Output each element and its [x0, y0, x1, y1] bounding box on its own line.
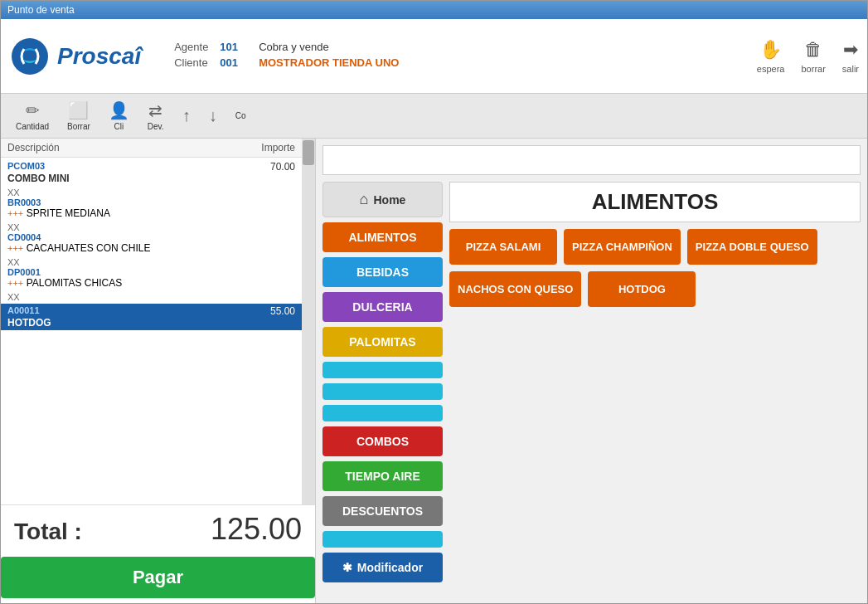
cat-palomitas-label: PALOMITAS [349, 335, 415, 348]
home-button[interactable]: ⌂ Home [322, 182, 443, 217]
col-description-header: Descripción [7, 142, 229, 153]
cat-empty1-button[interactable] [322, 362, 443, 378]
table-header: Descripción Importe [1, 139, 302, 158]
logo-icon [9, 36, 51, 77]
borrar-label: borrar [801, 64, 825, 74]
cat-descuentos-button[interactable]: DESCUENTOS [322, 496, 443, 526]
cat-bebidas-label: BEBIDAS [356, 265, 409, 279]
pay-area: Pagar [1, 553, 315, 603]
cat-dulceria-label: DULCERIA [352, 300, 412, 314]
transfer-icon: ⇄ [148, 100, 162, 120]
toolbar-borrar-button[interactable]: ⬜ Borrar [59, 97, 99, 134]
prod-nachos-button[interactable]: NACHOS CON QUESO [449, 271, 581, 307]
prod-pizza-doble-queso-button[interactable]: PIZZA DOBLE QUESO [687, 229, 817, 265]
client-name: MOSTRADOR TIENDA UNO [259, 56, 399, 69]
order-table: Descripción Importe PCOM03 70.00 COMBO M… [1, 139, 302, 504]
client-icon: 👤 [109, 100, 129, 120]
title-bar: Punto de venta [1, 1, 867, 19]
cat-empty4-button[interactable] [322, 531, 443, 548]
agent-row: Agente 101 Cobra y vende [174, 41, 757, 53]
client-label: Cliente [174, 56, 220, 69]
categories-products: ⌂ Home ALIMENTOS BEBIDAS DULCERIA PALOMI… [322, 182, 861, 597]
modificador-label: Modificador [357, 561, 423, 574]
table-row[interactable]: PCOM03 70.00 COMBO MINI [1, 158, 302, 186]
products-grid: PIZZA SALAMI PIZZA CHAMPIÑON PIZZA DOBLE… [449, 229, 861, 307]
arrow-up-icon: ↑ [182, 106, 191, 125]
left-panel: Descripción Importe PCOM03 70.00 COMBO M… [1, 139, 316, 603]
down-button[interactable]: ↓ [201, 103, 225, 129]
window-title: Punto de venta [7, 4, 75, 16]
header: Proscaî Agente 101 Cobra y vende Cliente… [1, 19, 867, 94]
cli-button[interactable]: 👤 Cli [100, 97, 138, 134]
table-row[interactable]: XX BR0003 +++ SPRITE MEDIANA [1, 186, 302, 221]
cat-alimentos-button[interactable]: ALIMENTOS [322, 222, 443, 252]
cat-tiempoaire-button[interactable]: TIEMPO AIRE [322, 461, 443, 491]
search-input[interactable] [322, 145, 861, 175]
co-label: Co [235, 111, 246, 120]
cantidad-button[interactable]: ✏ Cantidad [7, 97, 57, 134]
up-button[interactable]: ↑ [174, 103, 199, 129]
exit-icon: ➡ [843, 39, 858, 61]
item-code: DP0001 [7, 267, 295, 277]
item-name: CACAHUATES CON CHILE [27, 242, 151, 254]
modificador-button[interactable]: ✱ Modificador [322, 553, 443, 582]
client-code: 001 [220, 56, 249, 69]
borrar-button[interactable]: 🗑 borrar [801, 39, 825, 74]
cat-bebidas-button[interactable]: BEBIDAS [322, 257, 443, 287]
prod-pizza-doble-queso-label: PIZZA DOBLE QUESO [696, 241, 809, 253]
item-code: CD0004 [7, 232, 295, 242]
item-name: HOTDOG [7, 317, 51, 329]
logo-area: Proscaî [9, 36, 141, 77]
prod-pizza-champinon-label: PIZZA CHAMPIÑON [572, 241, 672, 253]
cantidad-label: Cantidad [16, 122, 49, 131]
dev-label: Dev. [148, 122, 164, 131]
pay-button[interactable]: Pagar [1, 557, 315, 598]
cli-label: Cli [114, 122, 124, 131]
col-importe-header: Importe [229, 142, 295, 153]
cat-alimentos-label: ALIMENTOS [348, 231, 416, 244]
main-window: Punto de venta Proscaî Agente 101 Cobra … [0, 0, 868, 604]
arrow-down-icon: ↓ [209, 106, 217, 125]
header-actions: ✋ espera 🗑 borrar ➡ salir [757, 39, 859, 74]
espera-button[interactable]: ✋ espera [757, 39, 785, 74]
item-name: COMBO MINI [7, 173, 70, 184]
co-button[interactable]: Co [227, 108, 255, 124]
espera-label: espera [757, 64, 785, 74]
total-label: Total : [14, 519, 82, 545]
item-code: BR0003 [7, 197, 295, 207]
svg-point-0 [12, 38, 48, 75]
agent-code: 101 [220, 41, 249, 53]
item-name: PALOMITAS CHICAS [27, 277, 123, 289]
dev-button[interactable]: ⇄ Dev. [139, 97, 172, 134]
scroll-thumb[interactable] [303, 140, 314, 165]
table-row[interactable]: XX [1, 290, 302, 304]
prod-hotdog-button[interactable]: HOTDOG [588, 271, 696, 307]
cat-combos-label: COMBOS [356, 435, 409, 448]
scrollbar[interactable] [302, 139, 315, 504]
cat-dulceria-button[interactable]: DULCERIA [322, 292, 443, 322]
prod-nachos-label: NACHOS CON QUESO [458, 283, 573, 295]
cat-palomitas-button[interactable]: PALOMITAS [322, 327, 443, 357]
toolbar: ✏ Cantidad ⬜ Borrar 👤 Cli ⇄ Dev. ↑ ↓ Co [1, 94, 867, 139]
cat-empty3-button[interactable] [322, 405, 443, 421]
cat-tiempoaire-label: TIEMPO AIRE [345, 470, 420, 483]
agent-info: Agente 101 Cobra y vende Cliente 001 MOS… [174, 41, 757, 72]
cat-combos-button[interactable]: COMBOS [322, 426, 443, 456]
home-label: Home [373, 193, 405, 207]
table-row[interactable]: XX DP0001 +++ PALOMITAS CHICAS [1, 256, 302, 290]
table-row[interactable]: A00011 55.00 HOTDOG [1, 304, 302, 330]
main-content: Descripción Importe PCOM03 70.00 COMBO M… [1, 139, 867, 603]
total-row: Total : 125.00 [14, 512, 302, 547]
edit-icon: ✏ [26, 100, 40, 120]
item-code: PCOM03 [7, 161, 45, 173]
right-panel: ⌂ Home ALIMENTOS BEBIDAS DULCERIA PALOMI… [316, 139, 867, 603]
prod-pizza-salami-button[interactable]: PIZZA SALAMI [449, 229, 557, 265]
products-title: ALIMENTOS [449, 182, 861, 222]
agent-label: Agente [174, 41, 220, 53]
total-amount: 125.00 [211, 512, 302, 547]
cat-empty2-button[interactable] [322, 383, 443, 400]
salir-button[interactable]: ➡ salir [842, 39, 859, 74]
item-price: 55.00 [270, 305, 295, 317]
table-row[interactable]: XX CD0004 +++ CACAHUATES CON CHILE [1, 221, 302, 256]
prod-pizza-champinon-button[interactable]: PIZZA CHAMPIÑON [564, 229, 681, 265]
